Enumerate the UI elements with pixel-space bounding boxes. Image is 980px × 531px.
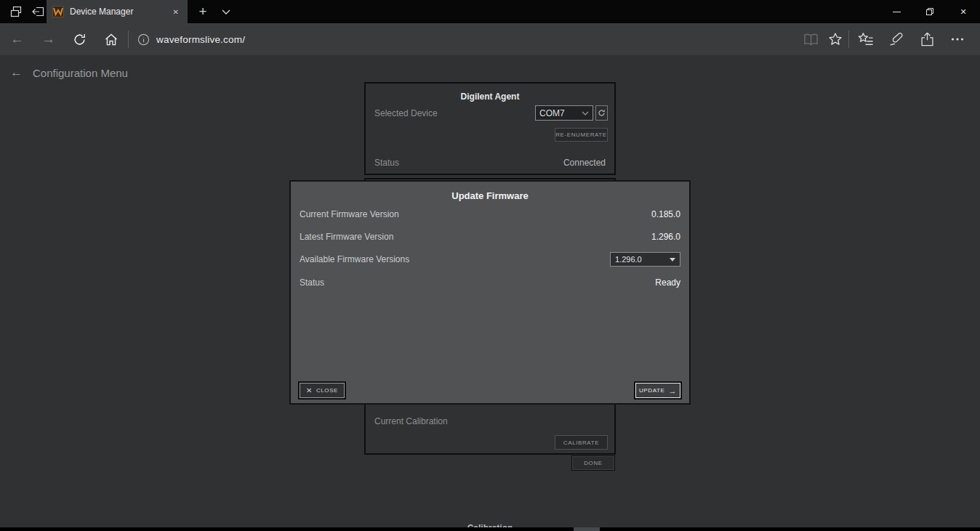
set-tabs-aside-icon[interactable] [28, 0, 48, 23]
selected-device-label: Selected Device [374, 108, 438, 118]
forward-button[interactable]: → [33, 23, 64, 55]
done-button[interactable]: DONE [571, 455, 615, 471]
firmware-version-select[interactable]: 1.296.0 [610, 252, 680, 267]
address-bar[interactable]: waveformslive.com/ [137, 33, 799, 46]
window-close-button[interactable]: ✕ [947, 0, 980, 23]
device-refresh-button[interactable] [595, 105, 608, 121]
toolbar-divider [848, 31, 849, 48]
scrollbar-thumb[interactable] [574, 527, 600, 531]
latest-firmware-label: Latest Firmware Version [300, 232, 393, 242]
agent-status-label: Status [374, 158, 399, 168]
toolbar-divider [128, 31, 129, 48]
chevron-down-icon [582, 111, 589, 115]
ellipsis-icon [951, 37, 964, 41]
dropdown-triangle-icon [670, 258, 675, 262]
page-title: Configuration Menu [33, 67, 128, 79]
current-calibration-label: Current Calibration [374, 416, 448, 426]
tab-preview-icon[interactable] [6, 0, 26, 23]
new-tab-button[interactable]: + [192, 0, 214, 23]
latest-firmware-value: 1.296.0 [651, 232, 680, 242]
pen-icon [889, 32, 904, 46]
window-controls: ✕ [880, 0, 980, 23]
restore-icon [925, 7, 934, 16]
refresh-icon [73, 33, 87, 46]
page-content: ← Configuration Menu Digilent Agent Sele… [0, 55, 980, 527]
home-icon [104, 33, 119, 46]
back-button[interactable]: ← [1, 23, 33, 55]
browser-toolbar: ← → waveformslive.com/ [0, 23, 980, 55]
minimize-button[interactable] [880, 0, 913, 23]
share-button[interactable] [912, 23, 942, 55]
hub-button[interactable] [851, 23, 881, 55]
re-enumerate-button[interactable]: RE-ENUMERATE [555, 128, 608, 142]
update-firmware-modal: Update Firmware Current Firmware Version… [289, 180, 691, 405]
agent-panel-title: Digilent Agent [366, 92, 614, 102]
close-x-icon: ✕ [306, 386, 313, 394]
update-button[interactable]: UPDATE → [635, 383, 680, 398]
agent-status-value: Connected [563, 158, 606, 168]
browser-titlebar: Device Manager ✕ + ✕ [0, 0, 980, 23]
refresh-button[interactable] [64, 23, 95, 55]
close-label: CLOSE [316, 387, 338, 394]
tab-title: Device Manager [70, 7, 164, 17]
arrow-right-icon: → [668, 388, 677, 394]
close-button[interactable]: ✕ CLOSE [300, 383, 345, 398]
refresh-icon [598, 109, 606, 117]
tab-close-icon[interactable]: ✕ [170, 7, 182, 17]
tab-device-manager[interactable]: Device Manager ✕ [47, 0, 188, 23]
device-select[interactable]: COM7 [535, 105, 593, 121]
add-favorite-button[interactable] [823, 23, 847, 55]
modal-status-label: Status [300, 277, 324, 288]
tab-list-chevron-icon[interactable] [215, 0, 237, 23]
current-firmware-value: 0.185.0 [651, 209, 680, 219]
current-firmware-label: Current Firmware Version [300, 209, 399, 219]
toolbar-right-icons [799, 23, 980, 55]
annotate-button[interactable] [881, 23, 912, 55]
digilent-agent-panel: Digilent Agent Selected Device COM7 RE-E… [364, 82, 616, 175]
star-icon [828, 32, 843, 46]
available-firmware-label: Available Firmware Versions [300, 254, 409, 264]
horizontal-scrollbar[interactable] [0, 527, 980, 531]
favorites-list-icon [858, 32, 874, 46]
modal-title: Update Firmware [291, 190, 689, 201]
book-icon [803, 33, 819, 46]
url-text[interactable]: waveformslive.com/ [156, 34, 245, 45]
calibrate-button[interactable]: CALIBRATE [555, 435, 608, 450]
favicon-waveforms-icon [52, 6, 64, 17]
share-icon [920, 32, 935, 46]
home-button[interactable] [95, 23, 126, 55]
firmware-version-value: 1.296.0 [615, 255, 642, 264]
device-select-value: COM7 [539, 108, 565, 118]
modal-status-value: Ready [655, 277, 680, 288]
more-button[interactable] [942, 23, 973, 55]
reading-view-button[interactable] [799, 23, 823, 55]
page-back-arrow-icon[interactable]: ← [10, 65, 23, 80]
site-info-icon[interactable] [137, 33, 150, 46]
page-header: ← Configuration Menu [0, 61, 128, 84]
minimize-icon [893, 12, 901, 12]
restore-button[interactable] [913, 0, 947, 23]
update-label: UPDATE [639, 387, 664, 394]
